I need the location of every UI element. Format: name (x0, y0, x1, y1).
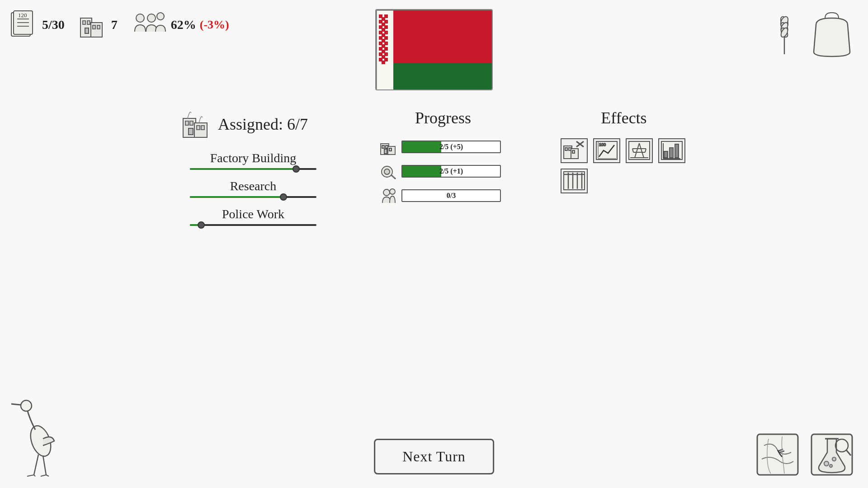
svg-rect-31 (382, 17, 385, 21)
task-factory-building: Factory Building (181, 151, 326, 170)
svg-rect-25 (376, 63, 493, 90)
task-research: Research (181, 179, 326, 198)
effect-power-icon (628, 141, 651, 161)
svg-line-108 (34, 455, 38, 475)
bag-icon (809, 9, 854, 59)
progress-title: Progress (380, 108, 506, 127)
svg-point-13 (136, 14, 144, 22)
svg-rect-34 (382, 23, 385, 26)
svg-rect-67 (384, 149, 387, 154)
task-police-work: Police Work (181, 207, 326, 226)
svg-point-15 (157, 13, 164, 20)
progress-row-3: 0/3 (380, 187, 506, 204)
svg-line-107 (11, 404, 21, 405)
top-left-resources: 120 5/30 7 (9, 9, 229, 41)
progress-bar-3: 0/3 (401, 189, 501, 202)
svg-rect-7 (91, 23, 102, 37)
svg-rect-61 (189, 128, 193, 135)
task-factory-slider[interactable] (190, 168, 316, 170)
svg-rect-12 (85, 28, 89, 33)
svg-rect-96 (675, 144, 679, 158)
effect-factory-x-icon (563, 141, 585, 161)
svg-point-119 (824, 461, 829, 466)
svg-point-69 (384, 169, 390, 174)
effect-icon-3 (626, 138, 653, 163)
svg-rect-52 (382, 55, 385, 59)
assigned-title: Assigned: 6/7 (218, 115, 308, 134)
wheat-icon (769, 9, 800, 59)
task-police-slider[interactable] (190, 224, 316, 226)
svg-rect-53 (382, 61, 385, 64)
task-research-label: Research (181, 179, 326, 193)
stork-icon (14, 391, 68, 477)
bottom-right-icons[interactable] (755, 432, 854, 479)
svg-rect-77 (569, 148, 571, 150)
svg-rect-94 (664, 151, 668, 158)
effect-barchart-icon (660, 141, 683, 161)
svg-point-121 (830, 465, 832, 467)
effect-icon-4 (658, 138, 685, 163)
country-flag (375, 9, 493, 90)
progress-label-1: 2/5 (+5) (439, 143, 463, 151)
svg-rect-46 (382, 44, 385, 48)
next-turn-container: Next Turn (374, 439, 494, 474)
svg-rect-114 (757, 434, 798, 475)
main-content: Assigned: 6/7 Factory Building Research (0, 108, 868, 235)
progress-research-icon (380, 163, 397, 180)
papers-icon: 120 (9, 9, 38, 41)
approval-icon (131, 9, 167, 41)
svg-rect-11 (97, 25, 100, 29)
svg-rect-65 (386, 145, 388, 148)
flask-icon (809, 432, 854, 477)
svg-rect-95 (670, 148, 673, 158)
task-police-label: Police Work (181, 207, 326, 221)
svg-rect-8 (83, 21, 85, 24)
bird-decoration (14, 391, 68, 479)
flag-svg (376, 10, 493, 90)
approval-percent: 62% (171, 18, 196, 32)
assignment-header: Assigned: 6/7 (181, 108, 326, 140)
buildings-resource: 7 (78, 9, 118, 41)
svg-line-109 (43, 455, 46, 475)
approval-change: (-3%) (200, 18, 229, 32)
svg-rect-57 (185, 121, 189, 125)
papers-count: 5/30 (42, 18, 65, 32)
svg-rect-76 (565, 148, 567, 150)
svg-rect-78 (572, 150, 575, 153)
progress-row-2: 2/5 (+1) (380, 163, 506, 180)
svg-point-106 (21, 400, 32, 411)
approval-resource: 62% (-3%) (131, 9, 229, 41)
svg-rect-64 (382, 145, 384, 148)
svg-rect-58 (190, 121, 193, 125)
research-button[interactable] (809, 432, 854, 479)
effect-chart-icon: 100 (595, 141, 618, 161)
buildings-icon (78, 9, 108, 41)
svg-text:120: 120 (18, 12, 27, 19)
svg-point-14 (147, 14, 156, 22)
progress-row-1: 2/5 (+5) (380, 138, 506, 155)
effects-section: Effects (561, 108, 687, 235)
progress-factory-icon (380, 138, 397, 155)
map-button[interactable] (755, 432, 800, 479)
progress-bar-2: 2/5 (+1) (401, 165, 501, 178)
task-factory-label: Factory Building (181, 151, 326, 165)
svg-rect-66 (389, 148, 392, 151)
progress-section: Progress 2/5 (+5) (380, 108, 506, 235)
svg-rect-59 (197, 126, 200, 130)
effects-grid: 100 (561, 138, 687, 193)
svg-rect-24 (376, 10, 493, 63)
progress-police-icon (380, 187, 397, 204)
progress-bar-1: 2/5 (+5) (401, 141, 501, 153)
map-icon (755, 432, 800, 477)
next-turn-button[interactable]: Next Turn (374, 439, 494, 474)
assignment-section: Assigned: 6/7 Factory Building Research (181, 108, 326, 235)
svg-text:100: 100 (599, 142, 606, 147)
svg-point-72 (383, 189, 390, 196)
buildings-count: 7 (111, 18, 118, 32)
task-research-slider[interactable] (190, 196, 316, 198)
svg-line-110 (27, 475, 34, 476)
effect-icon-2: 100 (593, 138, 620, 163)
svg-rect-9 (87, 21, 90, 24)
progress-label-3: 0/3 (447, 192, 456, 200)
svg-rect-60 (201, 126, 204, 130)
